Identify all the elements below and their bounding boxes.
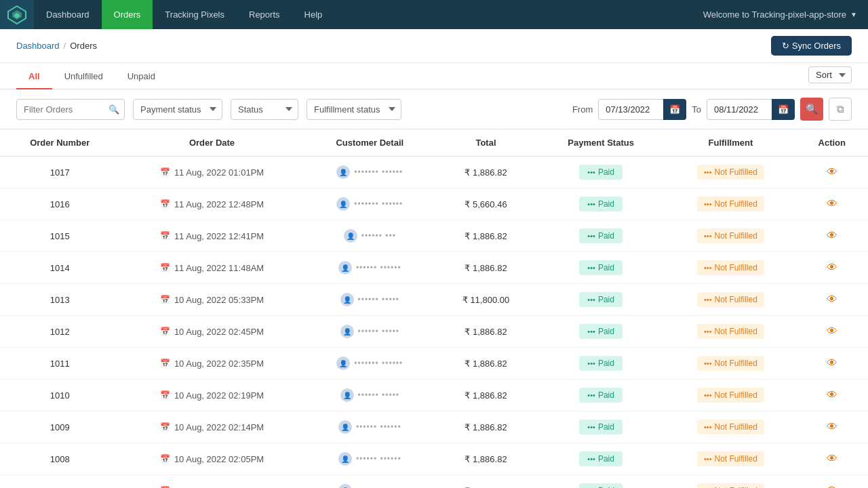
fulfillment-status-filter[interactable]: Fulfillment status Fulfilled Not Fulfill… — [307, 99, 401, 120]
search-date-button[interactable]: 🔍 — [800, 98, 823, 121]
avatar: 👤 — [336, 165, 350, 179]
avatar: 👤 — [336, 197, 350, 211]
cell-total: ₹ 1,886.82 — [435, 475, 536, 489]
avatar: 👤 — [338, 420, 352, 434]
dots-icon: ••• — [587, 455, 595, 463]
view-order-button[interactable]: 👁 — [827, 293, 837, 306]
view-order-button[interactable]: 👁 — [827, 389, 837, 401]
dots-icon: ••• — [587, 359, 595, 367]
filter-search-wrap: 🔍 — [16, 99, 125, 120]
nav-reports[interactable]: Reports — [237, 0, 292, 29]
col-fulfillment: Fulfillment — [665, 129, 795, 157]
date-text: 11 Aug, 2022 12:41PM — [174, 231, 264, 241]
search-icon: 🔍 — [108, 104, 119, 115]
cell-order-date: 📅 10 Aug, 2022 02:05PM — [119, 443, 304, 475]
sync-orders-button[interactable]: ↻ Sync Orders — [771, 36, 852, 56]
dots-icon: ••• — [704, 455, 712, 463]
dots-icon: ••• — [587, 200, 595, 208]
to-date-wrap: 📅 — [707, 99, 795, 120]
view-order-button[interactable]: 👁 — [827, 421, 837, 433]
date-text: 10 Aug, 2022 01:57PM — [174, 486, 264, 489]
cell-order-number: 1013 — [0, 284, 119, 316]
dots-icon: ••• — [704, 296, 712, 304]
view-order-button[interactable]: 👁 — [827, 485, 837, 488]
table-row: 1009 📅 10 Aug, 2022 02:14PM 👤 •••••• •••… — [0, 411, 868, 443]
date-text: 10 Aug, 2022 02:45PM — [174, 327, 264, 337]
fulfillment-badge: ••• Not Fulfilled — [697, 388, 764, 403]
calendar-icon: 📅 — [160, 390, 170, 400]
nav-links: Dashboard Orders Tracking Pixels Reports… — [34, 0, 334, 29]
from-date-calendar-button[interactable]: 📅 — [663, 99, 686, 120]
filter-toggle-button[interactable]: ⧉ — [829, 98, 852, 121]
view-order-button[interactable]: 👁 — [827, 198, 837, 210]
view-order-button[interactable]: 👁 — [827, 166, 837, 178]
cell-action: 👁 — [796, 220, 868, 252]
cell-action: 👁 — [796, 411, 868, 443]
dots-icon: ••• — [704, 359, 712, 367]
cell-payment-status: ••• Paid — [536, 284, 665, 316]
cell-action: 👁 — [796, 252, 868, 284]
filters-bar: 🔍 Payment status Paid Unpaid Pending Sta… — [0, 89, 868, 129]
tab-unfulfilled[interactable]: Unfulfilled — [52, 63, 115, 89]
customer-name: •••••• •••••• — [356, 454, 401, 464]
cell-fulfillment: ••• Not Fulfilled — [665, 316, 795, 348]
cell-payment-status: ••• Paid — [536, 252, 665, 284]
calendar-icon: 📅 — [160, 295, 170, 304]
view-order-button[interactable]: 👁 — [827, 230, 837, 242]
payment-status-badge: ••• Paid — [579, 420, 623, 434]
cell-order-number: 1008 — [0, 443, 119, 475]
fulfillment-badge: ••• Not Fulfilled — [697, 451, 764, 466]
cell-total: ₹ 5,660.46 — [435, 188, 536, 220]
view-order-button[interactable]: 👁 — [827, 357, 837, 369]
payment-status-filter[interactable]: Payment status Paid Unpaid Pending — [133, 99, 222, 120]
nav-dashboard[interactable]: Dashboard — [34, 0, 102, 29]
cell-order-number: 1014 — [0, 252, 119, 284]
col-order-number: Order Number — [0, 129, 119, 157]
customer-name: ••••••• •••••• — [354, 199, 403, 209]
calendar-icon: 📅 — [160, 422, 170, 432]
view-order-button[interactable]: 👁 — [827, 262, 837, 274]
cell-order-date: 📅 10 Aug, 2022 02:45PM — [119, 316, 304, 348]
navbar-welcome: Welcome to Tracking-pixel-app-store ▼ — [703, 9, 868, 20]
customer-name: ••••••• •••••• — [354, 167, 403, 177]
dots-icon: ••• — [704, 232, 712, 240]
cell-order-date: 📅 11 Aug, 2022 12:48PM — [119, 188, 304, 220]
tab-unpaid[interactable]: Unpaid — [115, 63, 167, 89]
view-order-button[interactable]: 👁 — [827, 453, 837, 465]
dots-icon: ••• — [587, 423, 595, 431]
cell-customer: 👤 •••••• ••••• — [304, 380, 435, 411]
nav-help[interactable]: Help — [292, 0, 335, 29]
cell-customer: 👤 •••••• •••••• — [304, 443, 435, 475]
cell-payment-status: ••• Paid — [536, 220, 665, 252]
view-order-button[interactable]: 👁 — [827, 325, 837, 338]
cell-payment-status: ••• Paid — [536, 157, 665, 188]
to-label: To — [692, 104, 701, 115]
cell-fulfillment: ••• Not Fulfilled — [665, 380, 795, 411]
table-row: 1017 📅 11 Aug, 2022 01:01PM 👤 ••••••• ••… — [0, 157, 868, 188]
tab-all[interactable]: All — [16, 63, 52, 89]
nav-tracking-pixels[interactable]: Tracking Pixels — [153, 0, 237, 29]
from-date-wrap: 📅 — [598, 99, 686, 120]
payment-status-badge: ••• Paid — [579, 260, 623, 275]
avatar: 👤 — [340, 325, 354, 338]
table-row: 1015 📅 11 Aug, 2022 12:41PM 👤 •••••• •••… — [0, 220, 868, 252]
cell-action: 👁 — [796, 380, 868, 411]
date-text: 10 Aug, 2022 05:33PM — [174, 295, 264, 305]
status-filter[interactable]: Status Active Archived Cancelled — [231, 99, 298, 120]
dots-icon: ••• — [587, 327, 595, 336]
to-date-calendar-button[interactable]: 📅 — [772, 99, 795, 120]
date-text: 11 Aug, 2022 12:48PM — [174, 199, 264, 209]
date-text: 11 Aug, 2022 11:48AM — [174, 263, 264, 273]
sort-select[interactable]: Sort — [808, 66, 852, 83]
cell-customer: 👤 ••••••• •••••• — [304, 188, 435, 220]
calendar-icon: 📅 — [160, 327, 170, 336]
cell-payment-status: ••• Paid — [536, 188, 665, 220]
fulfillment-badge: ••• Not Fulfilled — [697, 197, 764, 211]
table-row: 1016 📅 11 Aug, 2022 12:48PM 👤 ••••••• ••… — [0, 188, 868, 220]
avatar: 👤 — [338, 261, 352, 274]
cell-action: 👁 — [796, 188, 868, 220]
table-row: 1012 📅 10 Aug, 2022 02:45PM 👤 •••••• •••… — [0, 316, 868, 348]
breadcrumb-home[interactable]: Dashboard — [16, 41, 60, 51]
nav-orders[interactable]: Orders — [102, 0, 153, 29]
fulfillment-badge: ••• Not Fulfilled — [697, 483, 764, 488]
